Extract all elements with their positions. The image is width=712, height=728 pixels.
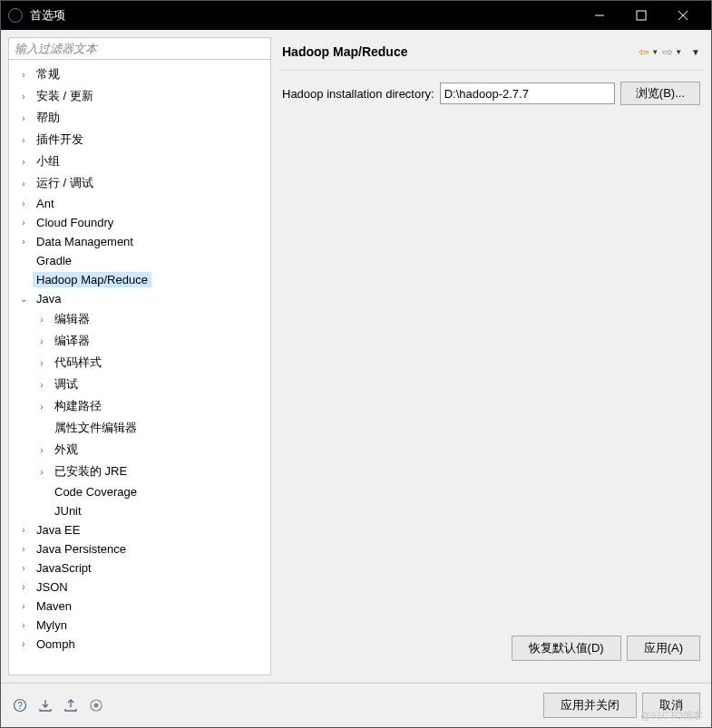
tree-item[interactable]: ⌄Java (9, 289, 270, 308)
chevron-right-icon[interactable]: › (34, 399, 49, 413)
import-icon[interactable] (37, 697, 54, 713)
chevron-right-icon[interactable]: › (16, 542, 31, 557)
chevron-right-icon[interactable]: › (34, 464, 49, 479)
tree-item-label: 代码样式 (51, 354, 105, 372)
chevron-right-icon[interactable]: › (16, 599, 31, 614)
chevron-right-icon[interactable]: › (16, 176, 31, 190)
tree-item[interactable]: ›插件开发 (9, 129, 270, 150)
tree-item-label: Ant (33, 196, 58, 211)
tree-item-label: 构建路径 (51, 397, 105, 415)
tree-item[interactable]: ›Java EE (9, 520, 270, 539)
preferences-tree[interactable]: ›常规›安装 / 更新›帮助›插件开发›小组›运行 / 调试›Ant›Cloud… (9, 60, 270, 675)
tree-item[interactable]: ›Hadoop Map/Reduce (9, 270, 270, 289)
oomph-icon[interactable] (88, 697, 104, 713)
tree-item-label: Oomph (33, 636, 79, 652)
tree-item[interactable]: ›运行 / 调试 (9, 172, 270, 194)
tree-item[interactable]: ›Mylyn (9, 616, 270, 635)
chevron-right-icon[interactable]: › (16, 89, 31, 103)
tree-item[interactable]: ›JUnit (9, 501, 270, 520)
chevron-right-icon[interactable]: › (16, 132, 31, 147)
apply-and-close-button[interactable]: 应用并关闭 (543, 693, 637, 718)
dialog-footer: ? 应用并关闭 取消 @51CTO博客 (1, 683, 711, 727)
tree-item-label: Gradle (33, 253, 75, 268)
browse-button[interactable]: 浏览(B)... (620, 82, 700, 105)
svg-point-7 (94, 704, 99, 708)
tree-item[interactable]: ›代码样式 (9, 352, 270, 374)
maximize-button[interactable] (620, 1, 662, 30)
restore-defaults-button[interactable]: 恢复默认值(D) (512, 636, 621, 661)
tree-item[interactable]: ›Oomph (9, 635, 270, 654)
tree-item[interactable]: ›属性文件编辑器 (9, 417, 270, 439)
tree-item[interactable]: ›小组 (9, 150, 270, 172)
sidebar: ›常规›安装 / 更新›帮助›插件开发›小组›运行 / 调试›Ant›Cloud… (8, 37, 271, 675)
chevron-right-icon[interactable]: › (34, 377, 49, 392)
help-icon[interactable]: ? (12, 697, 28, 713)
tree-item-label: Data Management (33, 234, 137, 249)
filter-input[interactable] (9, 38, 270, 60)
tree-item-label: 常规 (33, 65, 63, 83)
tree-item[interactable]: ›构建路径 (9, 395, 270, 417)
tree-item-label: 编辑器 (51, 310, 93, 328)
tree-item-label: 属性文件编辑器 (51, 419, 141, 437)
chevron-right-icon[interactable]: › (34, 334, 49, 348)
tree-item-label: Mylyn (33, 617, 71, 633)
tree-item-label: 编译器 (51, 332, 93, 350)
tree-item[interactable]: ›外观 (9, 439, 270, 461)
window-title: 首选项 (30, 7, 579, 24)
nav-forward-button[interactable]: ⇨▼ (662, 44, 682, 59)
tree-item[interactable]: ›调试 (9, 374, 270, 395)
svg-rect-1 (637, 11, 646, 20)
tree-item[interactable]: ›编译器 (9, 330, 270, 352)
chevron-right-icon[interactable]: › (16, 216, 31, 230)
chevron-right-icon[interactable]: › (16, 67, 31, 82)
install-dir-label: Hadoop installation directory: (282, 87, 434, 101)
tree-item[interactable]: ›安装 / 更新 (9, 85, 270, 107)
tree-item-label: Maven (33, 598, 75, 614)
tree-item[interactable]: ›Java Persistence (9, 539, 270, 558)
install-dir-input[interactable] (440, 83, 615, 104)
apply-button[interactable]: 应用(A) (627, 636, 700, 661)
tree-item-label: JSON (33, 579, 72, 595)
tree-item[interactable]: ›JSON (9, 578, 270, 597)
chevron-right-icon[interactable]: › (16, 618, 31, 633)
tree-item[interactable]: ›Code Coverage (9, 482, 270, 501)
tree-item[interactable]: ›Maven (9, 597, 270, 616)
chevron-right-icon[interactable]: › (16, 235, 31, 249)
chevron-right-icon[interactable]: › (16, 580, 31, 595)
tree-item-label: 运行 / 调试 (33, 174, 97, 192)
chevron-right-icon[interactable]: › (16, 561, 31, 576)
tree-item-label: 插件开发 (33, 131, 87, 149)
chevron-right-icon[interactable]: › (16, 637, 31, 652)
chevron-right-icon[interactable]: › (16, 197, 31, 211)
view-menu-button[interactable]: ▼ (691, 47, 700, 57)
tree-item[interactable]: ›Ant (9, 194, 270, 213)
tree-item[interactable]: ›Data Management (9, 232, 270, 251)
cancel-button[interactable]: 取消 (642, 693, 700, 718)
titlebar: 首选项 (1, 1, 711, 30)
tree-item-label: Cloud Foundry (33, 215, 117, 230)
tree-item[interactable]: ›JavaScript (9, 558, 270, 578)
tree-item-label: 外观 (51, 441, 82, 459)
export-icon[interactable] (63, 697, 79, 713)
tree-item[interactable]: ›编辑器 (9, 308, 270, 330)
tree-item[interactable]: ›帮助 (9, 107, 270, 129)
tree-item[interactable]: ›Gradle (9, 251, 270, 270)
tree-item[interactable]: ›常规 (9, 63, 270, 85)
chevron-right-icon[interactable]: › (34, 355, 49, 370)
chevron-right-icon[interactable]: › (34, 312, 49, 326)
close-button[interactable] (662, 1, 704, 30)
chevron-right-icon[interactable]: › (16, 523, 31, 538)
chevron-down-icon[interactable]: ⌄ (16, 292, 31, 306)
tree-item[interactable]: ›Cloud Foundry (9, 213, 270, 232)
tree-item-label: Java (33, 291, 64, 306)
tree-item-label: 帮助 (33, 109, 63, 127)
tree-item-label: Code Coverage (51, 484, 141, 500)
chevron-right-icon[interactable]: › (16, 111, 31, 125)
minimize-button[interactable] (579, 1, 620, 30)
main-panel: Hadoop Map/Reduce ⇦▼ ⇨▼ ▼ Hadoop install… (278, 37, 704, 675)
chevron-right-icon[interactable]: › (34, 442, 49, 457)
tree-item-label: Java EE (33, 522, 83, 538)
tree-item[interactable]: ›已安装的 JRE (9, 461, 270, 482)
nav-back-button[interactable]: ⇦▼ (639, 44, 658, 59)
chevron-right-icon[interactable]: › (16, 154, 31, 169)
